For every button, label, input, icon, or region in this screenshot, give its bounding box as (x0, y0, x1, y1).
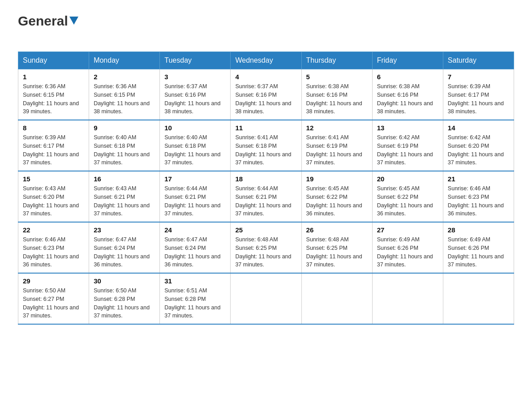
sunrise-label: Sunrise: 6:36 AM (94, 83, 136, 90)
sunset-label: Sunset: 6:21 PM (164, 194, 206, 200)
day-number: 15 (23, 175, 84, 183)
daylight-label: Daylight: 11 hours and 38 minutes. (448, 100, 504, 115)
daylight-label: Daylight: 11 hours and 38 minutes. (94, 100, 150, 115)
sunrise-label: Sunrise: 6:39 AM (448, 83, 490, 90)
day-info: Sunrise: 6:46 AM Sunset: 6:23 PM Dayligh… (448, 184, 509, 218)
sunset-label: Sunset: 6:15 PM (23, 92, 64, 98)
sunset-label: Sunset: 6:15 PM (94, 92, 135, 98)
sunrise-label: Sunrise: 6:50 AM (94, 287, 136, 294)
day-info: Sunrise: 6:44 AM Sunset: 6:21 PM Dayligh… (235, 184, 296, 218)
day-cell: 12 Sunrise: 6:41 AM Sunset: 6:19 PM Dayl… (301, 120, 372, 171)
day-number: 5 (306, 73, 368, 81)
daylight-label: Daylight: 11 hours and 37 minutes. (94, 304, 150, 319)
sunset-label: Sunset: 6:20 PM (23, 194, 64, 200)
day-cell: 31 Sunrise: 6:51 AM Sunset: 6:28 PM Dayl… (160, 273, 231, 324)
day-cell: 28 Sunrise: 6:49 AM Sunset: 6:26 PM Dayl… (443, 222, 514, 273)
day-cell: 9 Sunrise: 6:40 AM Sunset: 6:18 PM Dayli… (89, 120, 160, 171)
daylight-label: Daylight: 11 hours and 37 minutes. (448, 151, 504, 166)
day-number: 10 (164, 124, 226, 132)
sunset-label: Sunset: 6:24 PM (164, 245, 206, 251)
daylight-label: Daylight: 11 hours and 36 minutes. (94, 253, 150, 268)
day-info: Sunrise: 6:45 AM Sunset: 6:22 PM Dayligh… (377, 184, 438, 218)
daylight-label: Daylight: 11 hours and 36 minutes. (448, 202, 504, 217)
sunset-label: Sunset: 6:24 PM (94, 245, 135, 251)
svg-marker-0 (69, 17, 78, 25)
daylight-label: Daylight: 11 hours and 37 minutes. (235, 202, 291, 217)
day-cell (301, 273, 372, 324)
day-info: Sunrise: 6:40 AM Sunset: 6:18 PM Dayligh… (94, 133, 155, 167)
sunrise-label: Sunrise: 6:51 AM (164, 287, 207, 294)
header-friday: Friday (372, 52, 443, 69)
header-wednesday: Wednesday (231, 52, 301, 69)
sunrise-label: Sunrise: 6:38 AM (306, 83, 349, 90)
day-cell: 10 Sunrise: 6:40 AM Sunset: 6:18 PM Dayl… (160, 120, 231, 171)
sunset-label: Sunset: 6:18 PM (94, 143, 135, 149)
day-cell: 15 Sunrise: 6:43 AM Sunset: 6:20 PM Dayl… (18, 171, 89, 222)
sunrise-label: Sunrise: 6:42 AM (448, 134, 490, 141)
sunset-label: Sunset: 6:21 PM (94, 194, 135, 200)
sunset-label: Sunset: 6:25 PM (306, 245, 348, 251)
day-number: 14 (448, 124, 509, 132)
daylight-label: Daylight: 11 hours and 37 minutes. (94, 151, 150, 166)
sunrise-label: Sunrise: 6:37 AM (235, 83, 278, 90)
daylight-label: Daylight: 11 hours and 37 minutes. (164, 304, 220, 319)
day-info: Sunrise: 6:39 AM Sunset: 6:17 PM Dayligh… (448, 82, 509, 116)
day-cell (372, 273, 443, 324)
day-info: Sunrise: 6:49 AM Sunset: 6:26 PM Dayligh… (448, 235, 509, 269)
sunrise-label: Sunrise: 6:42 AM (377, 134, 420, 141)
daylight-label: Daylight: 11 hours and 38 minutes. (377, 100, 433, 115)
day-number: 8 (23, 124, 84, 132)
sunrise-label: Sunrise: 6:44 AM (164, 185, 207, 192)
day-number: 18 (235, 175, 296, 183)
sunset-label: Sunset: 6:18 PM (235, 143, 276, 149)
day-cell: 20 Sunrise: 6:45 AM Sunset: 6:22 PM Dayl… (372, 171, 443, 222)
day-number: 17 (164, 175, 226, 183)
day-cell: 1 Sunrise: 6:36 AM Sunset: 6:15 PM Dayli… (18, 69, 89, 120)
day-number: 13 (377, 124, 438, 132)
sunrise-label: Sunrise: 6:37 AM (164, 83, 207, 90)
sunrise-label: Sunrise: 6:45 AM (377, 185, 420, 192)
calendar-table: SundayMondayTuesdayWednesdayThursdayFrid… (18, 51, 514, 325)
day-info: Sunrise: 6:41 AM Sunset: 6:19 PM Dayligh… (306, 133, 368, 167)
daylight-label: Daylight: 11 hours and 37 minutes. (306, 151, 362, 166)
daylight-label: Daylight: 11 hours and 37 minutes. (164, 202, 220, 217)
sunrise-label: Sunrise: 6:44 AM (235, 185, 278, 192)
day-cell: 14 Sunrise: 6:42 AM Sunset: 6:20 PM Dayl… (443, 120, 514, 171)
header-tuesday: Tuesday (160, 52, 231, 69)
daylight-label: Daylight: 11 hours and 38 minutes. (164, 100, 220, 115)
day-cell: 7 Sunrise: 6:39 AM Sunset: 6:17 PM Dayli… (443, 69, 514, 120)
day-info: Sunrise: 6:48 AM Sunset: 6:25 PM Dayligh… (306, 235, 368, 269)
sunset-label: Sunset: 6:20 PM (448, 143, 489, 149)
day-number: 30 (94, 277, 155, 285)
logo-general-text: General (18, 13, 68, 29)
day-cell: 27 Sunrise: 6:49 AM Sunset: 6:26 PM Dayl… (372, 222, 443, 273)
sunset-label: Sunset: 6:28 PM (94, 296, 135, 302)
daylight-label: Daylight: 11 hours and 37 minutes. (306, 253, 362, 268)
header-thursday: Thursday (301, 52, 372, 69)
day-number: 12 (306, 124, 368, 132)
sunset-label: Sunset: 6:27 PM (23, 296, 64, 302)
sunset-label: Sunset: 6:16 PM (164, 92, 206, 98)
daylight-label: Daylight: 11 hours and 37 minutes. (377, 151, 433, 166)
daylight-label: Daylight: 11 hours and 37 minutes. (23, 304, 79, 319)
sunrise-label: Sunrise: 6:38 AM (377, 83, 420, 90)
sunset-label: Sunset: 6:26 PM (448, 245, 489, 251)
sunset-label: Sunset: 6:28 PM (164, 296, 206, 302)
day-cell: 13 Sunrise: 6:42 AM Sunset: 6:19 PM Dayl… (372, 120, 443, 171)
daylight-label: Daylight: 11 hours and 37 minutes. (235, 253, 291, 268)
sunrise-label: Sunrise: 6:45 AM (306, 185, 349, 192)
sunrise-label: Sunrise: 6:41 AM (306, 134, 349, 141)
daylight-label: Daylight: 11 hours and 39 minutes. (23, 100, 79, 115)
day-cell: 6 Sunrise: 6:38 AM Sunset: 6:16 PM Dayli… (372, 69, 443, 120)
daylight-label: Daylight: 11 hours and 36 minutes. (164, 253, 220, 268)
day-info: Sunrise: 6:47 AM Sunset: 6:24 PM Dayligh… (164, 235, 226, 269)
day-info: Sunrise: 6:42 AM Sunset: 6:19 PM Dayligh… (377, 133, 438, 167)
day-cell: 23 Sunrise: 6:47 AM Sunset: 6:24 PM Dayl… (89, 222, 160, 273)
sunrise-label: Sunrise: 6:47 AM (94, 236, 136, 243)
day-number: 3 (164, 73, 226, 81)
week-row-5: 29 Sunrise: 6:50 AM Sunset: 6:27 PM Dayl… (18, 273, 514, 324)
calendar-header-row: SundayMondayTuesdayWednesdayThursdayFrid… (18, 52, 514, 69)
day-number: 19 (306, 175, 368, 183)
day-cell: 25 Sunrise: 6:48 AM Sunset: 6:25 PM Dayl… (231, 222, 301, 273)
sunrise-label: Sunrise: 6:47 AM (164, 236, 207, 243)
